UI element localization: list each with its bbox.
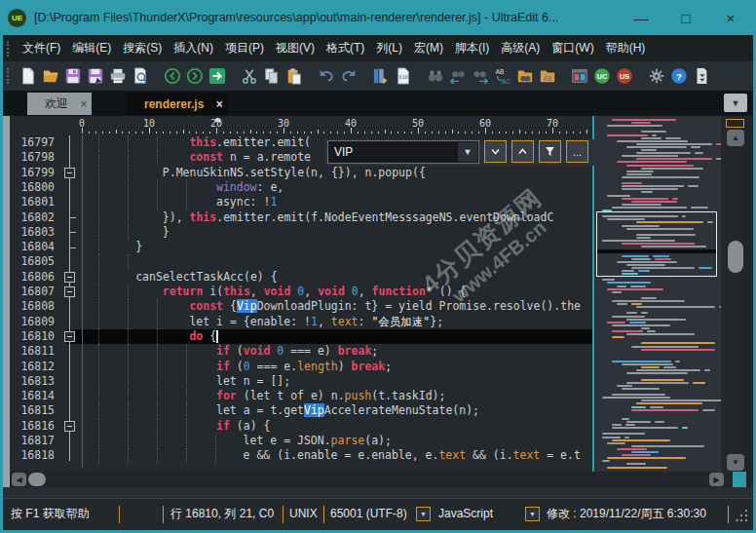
close-button[interactable]: × <box>708 3 753 32</box>
menu-item-file[interactable]: 文件(F) <box>17 35 66 61</box>
encoding-dropdown-icon[interactable]: ▼ <box>416 507 431 521</box>
code-line[interactable]: const {VipDownloadPlugin: t} = yield Pro… <box>189 299 581 314</box>
code-line[interactable]: canSelectTaskAcc(e) { <box>135 270 277 285</box>
menu-item-window[interactable]: 窗口(W) <box>546 35 599 61</box>
hex-edit-icon[interactable]: 010 <box>392 64 414 88</box>
tab-renderer-js[interactable]: renderer.js× <box>127 93 227 115</box>
search-input[interactable]: VIP ▼ <box>327 140 479 164</box>
compare-icon[interactable] <box>568 64 590 88</box>
fold-collapse-icon[interactable] <box>64 331 75 342</box>
menu-item-column[interactable]: 列(L) <box>370 35 408 61</box>
uestudio-icon[interactable]: US <box>613 64 635 88</box>
find-prev-button[interactable] <box>511 140 534 163</box>
redo-icon[interactable] <box>337 64 359 88</box>
ultracompare-icon[interactable]: UC <box>590 64 613 88</box>
vertical-scrollbar[interactable]: ▲ ▼ <box>725 116 746 472</box>
code-line[interactable]: if (a) { <box>216 419 270 434</box>
code-line[interactable]: this.emitter.emit( <box>189 135 311 150</box>
code-line[interactable]: } <box>135 240 142 254</box>
code-line[interactable]: async: !1 <box>216 195 277 209</box>
code-line[interactable]: return i(this, void 0, void 0, function*… <box>163 285 467 299</box>
menu-item-format[interactable]: 格式(T) <box>321 35 370 61</box>
chevron-down-icon[interactable]: ▼ <box>458 142 477 162</box>
maximize-button[interactable]: □ <box>663 3 708 32</box>
menu-item-view[interactable]: 视图(V) <box>270 35 321 61</box>
copy-icon[interactable] <box>260 64 283 88</box>
fold-collapse-icon[interactable] <box>64 168 75 178</box>
paste-icon[interactable] <box>283 64 305 88</box>
tab-close-icon[interactable]: × <box>76 97 92 111</box>
scroll-right-icon[interactable]: ▶ <box>709 473 724 486</box>
find-in-files-icon[interactable] <box>513 64 536 88</box>
replace-in-files-icon[interactable]: AB <box>536 64 558 88</box>
goto-icon[interactable] <box>206 64 228 88</box>
tab-welcome[interactable]: 欢迎× <box>27 93 92 115</box>
find-icon[interactable] <box>424 64 446 88</box>
menu-item-script[interactable]: 脚本(I) <box>449 35 495 61</box>
print-icon[interactable] <box>106 64 129 88</box>
minimap[interactable] <box>594 116 721 472</box>
save-icon[interactable] <box>61 64 84 88</box>
menu-item-edit[interactable]: 编辑(E) <box>66 35 117 61</box>
code-line[interactable]: let a = t.getVipAccelerateMenuState(n); <box>216 403 479 418</box>
nav-forward-icon[interactable] <box>183 64 206 88</box>
code-line[interactable]: e && (i.enable = e.enable, e.text && (i.… <box>244 448 581 463</box>
code-line[interactable]: do { <box>189 329 216 344</box>
menu-item-insert[interactable]: 插入(N) <box>168 35 219 61</box>
menubar-grip[interactable] <box>7 41 12 57</box>
open-folder-icon[interactable] <box>39 64 61 88</box>
fold-collapse-icon[interactable] <box>64 286 75 297</box>
undo-icon[interactable] <box>315 64 337 88</box>
code-line[interactable]: } <box>163 225 170 240</box>
code-line[interactable]: if (void 0 === e) break; <box>216 344 378 359</box>
save-as-icon[interactable] <box>84 64 106 88</box>
tab-list-dropdown-icon[interactable]: ▼ <box>724 94 747 112</box>
scroll-left-icon[interactable]: ◀ <box>12 473 26 486</box>
new-file-icon[interactable] <box>17 64 39 88</box>
settings-icon[interactable] <box>645 64 667 88</box>
more-options-button[interactable]: ... <box>566 140 588 163</box>
minimap-viewport[interactable] <box>596 211 717 277</box>
scroll-down-icon[interactable]: ▼ <box>727 454 744 471</box>
menu-item-help[interactable]: 帮助(H) <box>600 35 652 61</box>
scroll-up-icon[interactable]: ▲ <box>727 130 744 146</box>
ruler-number: 10 <box>143 118 155 129</box>
code-line[interactable]: let i = {enable: !1, text: "会员加速"}; <box>189 315 443 329</box>
print-preview-icon[interactable] <box>129 64 151 88</box>
vertical-scrollbar-thumb[interactable] <box>728 241 743 273</box>
code-line[interactable]: if (0 === e.length) break; <box>216 360 392 374</box>
horizontal-scrollbar[interactable]: ◀ ▶ <box>10 472 733 487</box>
line-number: 16817 <box>12 434 55 448</box>
resize-grip[interactable] <box>736 507 749 522</box>
tab-close-icon[interactable]: × <box>211 97 227 111</box>
column-mode-icon[interactable] <box>369 64 392 88</box>
nav-back-icon[interactable] <box>161 64 183 88</box>
code-line[interactable]: let n = []; <box>216 374 290 389</box>
replace-icon[interactable]: ABAC <box>491 64 513 88</box>
menu-item-search[interactable]: 搜索(S) <box>117 35 168 61</box>
ruler-number: 50 <box>412 118 424 129</box>
filter-button[interactable] <box>539 140 561 163</box>
menu-item-macro[interactable]: 宏(M) <box>408 35 449 61</box>
overflow-icon[interactable] <box>690 64 712 88</box>
menu-item-project[interactable]: 项目(P) <box>219 35 270 61</box>
code-line[interactable]: let e = JSON.parse(a); <box>244 434 392 448</box>
help-icon[interactable]: ? <box>667 64 690 88</box>
code-line[interactable]: for (let t of e) n.push(t.taskId); <box>216 389 445 403</box>
menu-item-advanced[interactable]: 高级(A) <box>495 35 546 61</box>
minimize-button[interactable]: — <box>619 3 663 32</box>
code-line[interactable]: const n = a.remote <box>189 150 311 165</box>
fold-collapse-icon[interactable] <box>64 272 75 283</box>
code-line[interactable]: P.MenuSkinNS.setStyle(n, {}), n.popup({ <box>163 166 426 180</box>
horizontal-scrollbar-thumb[interactable] <box>28 473 46 486</box>
find-next-icon[interactable] <box>469 64 491 88</box>
toolbar-grip[interactable] <box>7 68 12 84</box>
syntax-dropdown-icon[interactable]: ▼ <box>525 507 540 521</box>
code-line[interactable]: }), this.emitter.emit(f.NodeEventMesssag… <box>163 210 554 225</box>
cut-icon[interactable] <box>238 64 260 88</box>
find-prev-icon[interactable] <box>446 64 469 88</box>
fold-collapse-icon[interactable] <box>64 421 75 432</box>
find-next-button[interactable] <box>484 140 507 163</box>
code-area[interactable]: 16797this.emitter.emit(16798const n = a.… <box>10 135 592 468</box>
code-line[interactable]: window: e, <box>216 180 284 195</box>
